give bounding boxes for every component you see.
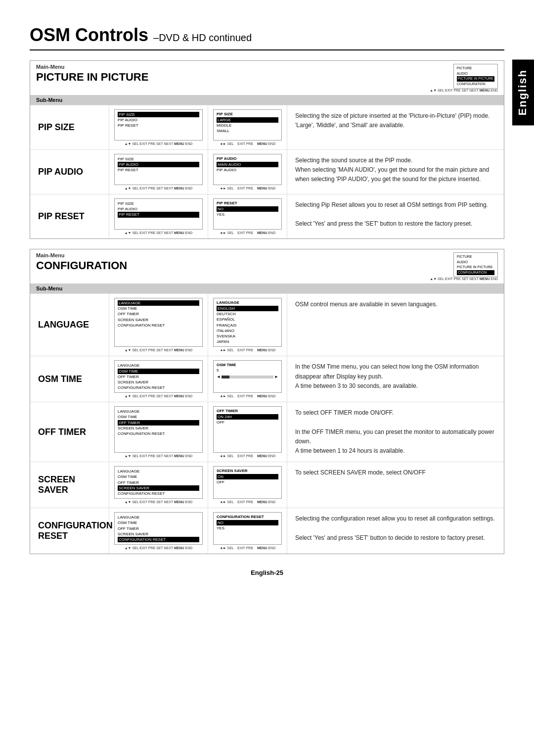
nav-screen: PIP SIZEPIP AUDIOPIP RESET: [114, 154, 203, 185]
nav-list-item: OFF TIMER: [118, 374, 199, 379]
row-nav-col: LANGUAGEOSM TIMEOFF TIMERSCREEN SAVERCON…: [109, 508, 208, 554]
row-description: Selecting the sound source at the PIP mo…: [287, 150, 504, 194]
nav-list-item: CONFIGURATION RESET: [118, 431, 199, 436]
submenu-item: OFF: [217, 479, 278, 485]
submenu-title: SCREEN SAVER: [217, 469, 278, 473]
nav-screen: LANGUAGEOSM TIMEOFF TIMERSCREEN SAVERCON…: [114, 466, 203, 499]
sub-menu-label: Sub-Menu: [36, 285, 62, 291]
page-container: English OSM Controls –DVD & HD continued…: [0, 0, 534, 606]
osm-item: PICTURE: [457, 254, 494, 260]
submenu-screen: OSM TIME5 ◄ ►: [213, 360, 282, 393]
nav-list-item: LANGUAGE: [118, 363, 199, 368]
nav-screen: LANGUAGEOSM TIMEOFF TIMERSCREEN SAVERCON…: [114, 512, 203, 545]
section-header: PICTUREAUDIOPICTURE IN PICTURECONFIGURAT…: [30, 249, 504, 284]
osm-item: PICTURE IN PICTURE: [457, 76, 494, 82]
section-header: PICTUREAUDIOPICTURE IN PICTURECONFIGURAT…: [30, 61, 504, 95]
nav-list-item: PIP AUDIO: [118, 206, 199, 212]
row-label-col: PIP AUDIO: [30, 150, 109, 194]
nav-list-item: OSM TIME: [118, 414, 199, 420]
row-nav-col: PIP SIZEPIP AUDIOPIP RESET▲▼ SEL EXIT PR…: [109, 194, 208, 238]
submenu-item: MAIN AUDIO: [217, 162, 278, 167]
submenu-item: JAPAN: [217, 339, 278, 344]
nav-controls: ▲▼ SEL EXIT PRE SET NEXT MENU END: [114, 231, 203, 235]
submenu-item: NO: [217, 520, 278, 525]
row-description: In the OSM Time menu, you can select how…: [287, 356, 504, 402]
section-picture-in-picture: PICTUREAUDIOPICTURE IN PICTURECONFIGURAT…: [30, 60, 504, 239]
submenu-screen: CONFIGURATION RESETNOYES: [213, 512, 282, 545]
slider-fill: [222, 376, 229, 378]
submenu-item: SMALL: [217, 128, 278, 134]
nav-screen: LANGUAGEOSM TIMEOFF TIMERSCREEN SAVERCON…: [114, 298, 203, 347]
header-osm-screen: PICTUREAUDIOPICTURE IN PICTURECONFIGURAT…: [453, 64, 498, 89]
nav-list-item: PIP AUDIO: [118, 162, 199, 167]
header-osm-screen: PICTUREAUDIOPICTURE IN PICTURECONFIGURAT…: [453, 252, 498, 277]
slider-container: ◄ ►: [217, 375, 278, 379]
row-label: PIP RESET: [38, 211, 85, 222]
menu-row-pip-reset: PIP RESETPIP SIZEPIP AUDIOPIP RESET▲▼ SE…: [30, 194, 504, 238]
page-title: OSM Controls –DVD & HD continued: [30, 25, 504, 46]
nav-list-item: PIP SIZE: [118, 156, 199, 162]
main-menu-label: Main-Menu: [36, 64, 498, 70]
row-label-col: OFF TIMER: [30, 402, 109, 462]
nav-screen: PIP SIZEPIP AUDIOPIP RESET: [114, 109, 203, 141]
submenu-item: OFF: [217, 420, 278, 425]
slider-bar: [222, 376, 273, 378]
submenu-item: PIP AUDIO: [217, 167, 278, 173]
row-submenu-col: LANGUAGEENGLISHDEUTSCHESPAÑOLFRANÇAISITA…: [208, 294, 287, 356]
nav-list-item: CONFIGURATION RESET: [118, 323, 199, 328]
submenu-title: CONFIGURATION RESET: [217, 515, 278, 519]
footer-text: English-25: [251, 569, 283, 576]
submenu-screen: SCREEN SAVERONOFF: [213, 466, 282, 499]
row-label-col: PIP RESET: [30, 194, 109, 238]
nav-list-item: OFF TIMER: [118, 311, 199, 317]
row-label-col: LANGUAGE: [30, 294, 109, 356]
row-label-col: CONFIGURATION RESET: [30, 508, 109, 554]
nav-list-item: SCREEN SAVER: [118, 425, 199, 431]
row-label-col: SCREEN SAVER: [30, 462, 109, 508]
page-footer: English-25: [30, 569, 504, 576]
nav-list-item: OSM TIME: [118, 474, 199, 479]
osm-item: PICTURE IN PICTURE: [457, 265, 494, 270]
row-label-col: OSM TIME: [30, 356, 109, 402]
section-configuration: PICTUREAUDIOPICTURE IN PICTURECONFIGURAT…: [30, 249, 504, 554]
nav-controls: ▲▼ SEL EXIT PRE SET NEXT MENU END: [114, 546, 203, 550]
nav-list-item: PIP RESET: [118, 212, 199, 217]
row-label: PIP SIZE: [38, 122, 75, 133]
submenu-screen: OFF TIMERON 24HOFF: [213, 406, 282, 453]
slider-left-arrow: ◄: [217, 375, 221, 379]
submenu-controls: ◄► SEL EXIT PRE MENU END: [213, 231, 282, 235]
row-label: CONFIGURATION RESET: [38, 520, 113, 541]
nav-list-item: PIP RESET: [118, 123, 199, 128]
submenu-item: DEUTSCH: [217, 311, 278, 317]
nav-list-item: SCREEN SAVER: [118, 317, 199, 323]
submenu-title: PIP RESET: [217, 201, 278, 205]
side-tab: English: [512, 59, 534, 125]
nav-controls: ▲▼ SEL EXIT PRE SET NEXT MENU END: [114, 454, 203, 458]
header-osm-nav: ▲▼ SEL EXIT PRE SET NEXT MENU END: [36, 89, 498, 92]
row-label: SCREEN SAVER: [38, 474, 101, 495]
sub-menu-bar: Sub-Menu: [30, 95, 504, 105]
submenu-screen: PIP RESETNOYES: [213, 198, 282, 230]
nav-controls: ▲▼ SEL EXIT PRE SET NEXT MENU END: [114, 187, 203, 190]
title-sub: –DVD & HD continued: [153, 32, 252, 43]
submenu-controls: ◄► SEL EXIT PRE MENU END: [213, 546, 282, 550]
row-description: To select SCREEN SAVER mode, select ON/O…: [287, 462, 504, 508]
submenu-title: PIP SIZE: [217, 112, 278, 116]
nav-list-item: LANGUAGE: [118, 300, 199, 306]
osm-item: CONFIGURATION: [457, 82, 494, 87]
submenu-controls: ◄► SEL EXIT PRE MENU END: [213, 500, 282, 504]
submenu-screen: PIP SIZELARGEMIDDLESMALL: [213, 109, 282, 141]
row-submenu-col: SCREEN SAVERONOFF◄► SEL EXIT PRE MENU EN…: [208, 462, 287, 508]
section-title: CONFIGURATION: [36, 259, 498, 272]
row-label: OFF TIMER: [38, 427, 86, 437]
nav-list-item: OFF TIMER: [118, 420, 199, 425]
row-submenu-col: PIP AUDIOMAIN AUDIOPIP AUDIO◄► SEL EXIT …: [208, 150, 287, 194]
menu-row-configuration-reset: CONFIGURATION RESETLANGUAGEOSM TIMEOFF T…: [30, 508, 504, 554]
submenu-controls: ◄► SEL EXIT PRE MENU END: [213, 394, 282, 398]
main-menu-label: Main-Menu: [36, 252, 498, 258]
submenu-item: YES: [217, 525, 278, 531]
row-submenu-col: CONFIGURATION RESETNOYES◄► SEL EXIT PRE …: [208, 508, 287, 554]
row-label-col: PIP SIZE: [30, 105, 109, 149]
nav-list-item: SCREEN SAVER: [118, 379, 199, 385]
submenu-item: ON: [217, 474, 278, 479]
